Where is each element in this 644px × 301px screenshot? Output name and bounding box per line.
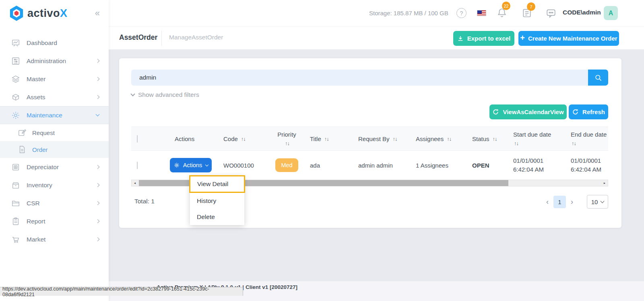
user-avatar[interactable]: A	[604, 6, 618, 20]
chevron-down-icon	[96, 113, 100, 117]
menu-item-view-detail[interactable]: View Detail	[189, 175, 245, 193]
view-as-calendar-button[interactable]: ViewAsCalendarView	[489, 104, 567, 119]
topbar: Storage: 185.87 MB / 100 GB ? 22 7 CODE\…	[109, 0, 644, 26]
chevron-right-icon	[96, 183, 100, 187]
end-due-time: 6:42:04 AM	[571, 165, 608, 174]
priority-badge: Med	[275, 158, 298, 172]
create-maintenance-order-button[interactable]: + Create New Maintenance Order	[518, 31, 619, 46]
sort-icon[interactable]: ↑↓	[393, 136, 397, 142]
sort-icon[interactable]: ↑↓	[324, 136, 329, 142]
sidebar-item-maintenance[interactable]: Maintenance	[0, 106, 109, 124]
search-input[interactable]	[131, 70, 588, 86]
page-size-value: 10	[591, 199, 598, 205]
current-user[interactable]: CODE\admin	[563, 9, 601, 16]
chevron-right-icon	[96, 95, 100, 99]
chevron-down-icon	[130, 92, 135, 96]
refresh-button[interactable]: Refresh	[569, 104, 608, 119]
column-end-due-date: End due date ↑↓	[564, 130, 608, 147]
total-count: Total: 1	[134, 198, 155, 205]
logo-text: activoX	[27, 7, 68, 20]
previous-page-icon[interactable]: ‹	[541, 198, 553, 206]
tasks-badge: 7	[527, 2, 535, 11]
depreciator-icon	[11, 163, 20, 172]
sidebar-item-report[interactable]: Report	[0, 212, 109, 230]
help-icon[interactable]: ?	[456, 8, 466, 18]
sidebar-nav: Dashboard Administration Master Assets M…	[0, 34, 109, 248]
cell-start-due: 01/01/0001 6:42:04 AM	[509, 156, 564, 174]
select-all-checkbox[interactable]	[137, 135, 138, 143]
sidebar-item-label: Request	[32, 129, 55, 136]
sidebar-item-label: Dashboard	[27, 39, 57, 47]
sidebar-item-csr[interactable]: CSR	[0, 194, 109, 212]
page-number-button[interactable]: 1	[553, 196, 566, 208]
actions-dropdown-menu: View Detail History Delete	[190, 176, 244, 225]
next-page-icon[interactable]: ›	[566, 198, 578, 206]
dashboard-icon	[11, 39, 20, 47]
sidebar-item-depreciator[interactable]: Depreciator	[0, 158, 109, 176]
download-icon	[457, 35, 464, 42]
search-icon	[594, 74, 602, 82]
plus-icon: +	[520, 33, 525, 43]
row-actions-button[interactable]: Actions	[170, 158, 212, 172]
column-status-label: Status	[472, 135, 489, 142]
sidebar: activoX « Dashboard Administration Maste…	[0, 0, 109, 301]
create-label: Create New Maintenance Order	[528, 35, 617, 42]
column-priority: Priority ↑↓	[268, 130, 306, 147]
column-start-due-label: Start due date	[513, 130, 564, 139]
refresh-label: Refresh	[582, 109, 605, 115]
search-button[interactable]	[588, 70, 608, 86]
start-due-date: 01/01/0001	[513, 156, 564, 165]
assets-icon	[11, 93, 20, 102]
notifications-badge: 22	[502, 2, 510, 10]
master-layers-icon	[11, 75, 20, 84]
chevron-right-icon	[96, 77, 100, 81]
column-code-label: Code	[223, 135, 238, 142]
sort-icon[interactable]: ↑↓	[572, 139, 608, 147]
menu-item-history[interactable]: History	[190, 193, 244, 209]
sidebar-item-label: Market	[27, 236, 45, 243]
sidebar-item-master[interactable]: Master	[0, 70, 109, 88]
administration-icon	[11, 57, 20, 66]
csr-folder-icon	[11, 199, 20, 208]
column-priority-label: Priority	[277, 130, 296, 139]
cell-end-due: 01/01/0001 6:42:04 AM	[564, 156, 608, 174]
sidebar-item-order[interactable]: Order	[0, 141, 109, 158]
export-label: Export to excel	[467, 35, 511, 42]
sort-icon[interactable]: ↑↓	[241, 136, 246, 142]
column-title-label: Title	[310, 135, 321, 142]
pagination: ‹ 1 › 10	[541, 195, 608, 209]
menu-item-delete[interactable]: Delete	[190, 209, 244, 225]
language-flag-icon[interactable]	[477, 10, 486, 16]
scroll-left-icon[interactable]: ◄	[132, 182, 138, 184]
column-title: Title ↑↓	[306, 135, 354, 142]
start-due-time: 6:42:04 AM	[513, 165, 564, 174]
chat-icon[interactable]	[546, 8, 556, 18]
cell-assignees[interactable]: 1 Assignees	[409, 162, 461, 169]
sidebar-item-assets[interactable]: Assets	[0, 88, 109, 106]
sidebar-collapse-icon[interactable]: «	[95, 8, 100, 18]
sort-icon[interactable]: ↑↓	[514, 139, 564, 147]
sidebar-item-label: Assets	[27, 94, 45, 101]
sidebar-item-inventory[interactable]: Inventory	[0, 176, 109, 194]
page-size-select[interactable]: 10	[587, 195, 608, 209]
status-badge: OPEN	[472, 162, 489, 169]
row-checkbox[interactable]	[137, 162, 138, 169]
sort-icon[interactable]: ↑↓	[447, 136, 451, 142]
actions-label: Actions	[183, 162, 202, 168]
scroll-right-icon[interactable]: ►	[601, 182, 608, 184]
maintenance-gear-icon	[11, 111, 20, 120]
sidebar-item-request[interactable]: Request	[0, 124, 109, 141]
show-advanced-filters[interactable]: Show advanced filters	[131, 91, 199, 98]
sidebar-item-label: Master	[27, 76, 45, 83]
sidebar-item-label: Depreciator	[27, 164, 59, 171]
column-request-by-label: Request By	[358, 135, 390, 142]
sidebar-item-market[interactable]: Market	[0, 230, 109, 248]
sidebar-item-dashboard[interactable]: Dashboard	[0, 34, 109, 52]
chevron-down-icon	[205, 163, 208, 166]
table-header-row: Actions Code ↑↓ Priority ↑↓ Title ↑↓ Req…	[131, 127, 608, 151]
sort-icon[interactable]: ↑↓	[493, 136, 497, 142]
export-to-excel-button[interactable]: Export to excel	[453, 31, 514, 46]
sidebar-item-administration[interactable]: Administration	[0, 52, 109, 70]
sort-icon[interactable]: ↑↓	[285, 139, 289, 147]
end-due-date: 01/01/0001	[571, 156, 608, 165]
